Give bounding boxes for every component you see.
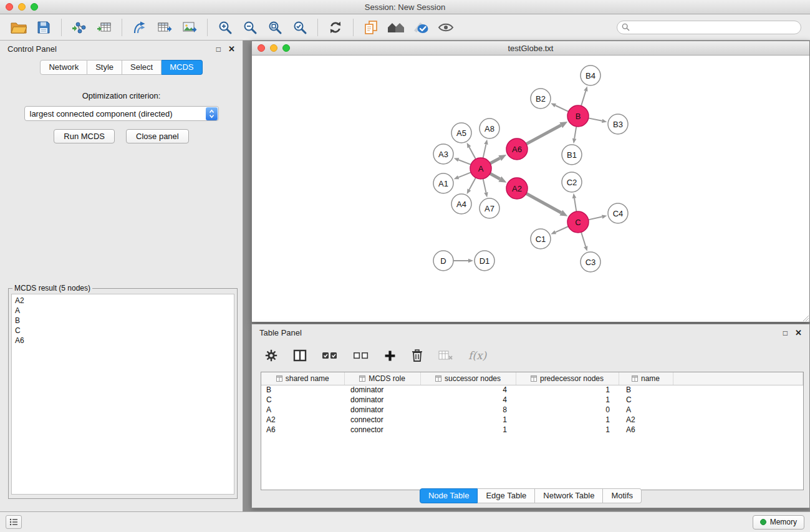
add-column-button[interactable] xyxy=(383,349,397,363)
run-mcds-button[interactable]: Run MCDS xyxy=(54,129,115,143)
network-zoom-button[interactable] xyxy=(282,44,290,52)
table-row[interactable]: A2connector11A2 xyxy=(261,415,803,425)
graph-node-C4[interactable]: C4 xyxy=(608,203,628,223)
toggle-visibility-button[interactable] xyxy=(433,17,458,38)
minimize-window-button[interactable] xyxy=(18,3,26,11)
graph-node-A[interactable]: A xyxy=(470,158,491,179)
graph-node-B2[interactable]: B2 xyxy=(531,89,551,109)
tab-edge-table[interactable]: Edge Table xyxy=(478,488,535,503)
zoom-window-button[interactable] xyxy=(31,3,38,11)
graph-edge[interactable] xyxy=(526,125,561,144)
graph-edge[interactable] xyxy=(458,160,471,165)
graph-edge[interactable] xyxy=(581,91,586,106)
network-canvas[interactable]: B4B2BB3A5A8A6B1A3AC2A1A2A4A7CC4C1C3DD1 xyxy=(252,56,809,322)
delete-table-button[interactable] xyxy=(437,349,455,362)
column-header-shared-name[interactable]: shared name xyxy=(261,372,344,385)
open-session-button[interactable] xyxy=(6,17,31,38)
table-settings-button[interactable] xyxy=(263,347,279,364)
save-session-button[interactable] xyxy=(31,17,56,38)
network-window-titlebar[interactable]: testGlobe.txt xyxy=(252,41,809,56)
export-image-button[interactable] xyxy=(177,17,202,38)
graph-edge[interactable] xyxy=(469,178,475,190)
result-item[interactable]: A xyxy=(15,306,231,316)
resize-grip[interactable] xyxy=(801,314,809,322)
column-header-predecessor-nodes[interactable]: predecessor nodes xyxy=(516,372,619,385)
graph-edge[interactable] xyxy=(581,232,586,246)
graph-node-A5[interactable]: A5 xyxy=(451,123,471,143)
tab-network[interactable]: Network xyxy=(40,60,87,75)
graph-node-A4[interactable]: A4 xyxy=(451,194,471,214)
network-graph[interactable]: B4B2BB3A5A8A6B1A3AC2A1A2A4A7CC4C1C3DD1 xyxy=(252,56,809,322)
close-panel-button[interactable]: Close panel xyxy=(126,129,189,143)
table-row[interactable]: Cdominator41C xyxy=(261,395,803,405)
graph-node-A1[interactable]: A1 xyxy=(433,173,453,193)
tab-motifs[interactable]: Motifs xyxy=(603,488,642,503)
graph-node-A8[interactable]: A8 xyxy=(480,118,499,138)
delete-column-button[interactable] xyxy=(410,347,425,364)
graph-edge[interactable] xyxy=(589,118,602,120)
graph-edge[interactable] xyxy=(556,105,569,112)
tab-network-table[interactable]: Network Table xyxy=(535,488,603,503)
table-row[interactable]: A6connector11A6 xyxy=(261,425,803,435)
float-panel-button[interactable]: □ xyxy=(216,46,221,53)
show-panel-list-button[interactable] xyxy=(6,515,22,529)
export-network-button[interactable] xyxy=(127,17,152,38)
result-item[interactable]: A2 xyxy=(15,296,231,306)
graph-node-A3[interactable]: A3 xyxy=(433,144,453,164)
zoom-in-button[interactable] xyxy=(213,17,238,38)
graph-node-C3[interactable]: C3 xyxy=(581,252,600,272)
network-close-button[interactable] xyxy=(258,44,265,52)
graph-node-A6[interactable]: A6 xyxy=(506,138,528,160)
graph-node-A2[interactable]: A2 xyxy=(506,178,528,199)
graph-node-B3[interactable]: B3 xyxy=(608,114,628,134)
import-table-button[interactable] xyxy=(92,17,117,38)
graph-node-C1[interactable]: C1 xyxy=(531,229,551,249)
select-all-button[interactable] xyxy=(321,349,339,362)
graph-edge[interactable] xyxy=(574,127,576,139)
column-header-name[interactable]: name xyxy=(619,372,673,385)
graph-edge[interactable] xyxy=(469,147,475,159)
graph-edge[interactable] xyxy=(483,144,486,158)
table-row[interactable]: Adominator80A xyxy=(261,405,803,415)
graph-node-C2[interactable]: C2 xyxy=(562,172,582,192)
graph-node-B1[interactable]: B1 xyxy=(562,145,582,165)
column-header-mcds-role[interactable]: MCDS role xyxy=(344,372,420,385)
result-item[interactable]: B xyxy=(15,316,231,326)
refresh-layout-button[interactable] xyxy=(323,17,348,38)
graph-edge[interactable] xyxy=(589,217,602,220)
tab-mcds[interactable]: MCDS xyxy=(162,60,202,75)
apply-style-button[interactable] xyxy=(408,17,433,38)
graph-node-C[interactable]: C xyxy=(567,211,589,233)
graph-edge[interactable] xyxy=(526,193,561,213)
close-panel-x-button[interactable]: ✕ xyxy=(228,45,235,53)
close-table-panel-button[interactable]: ✕ xyxy=(795,329,802,337)
graph-edge[interactable] xyxy=(490,173,500,179)
export-table-button[interactable] xyxy=(152,17,177,38)
graph-edge[interactable] xyxy=(556,226,569,232)
tab-node-table[interactable]: Node Table xyxy=(420,488,478,503)
zoom-fit-button[interactable] xyxy=(263,17,287,38)
close-window-button[interactable] xyxy=(6,3,13,11)
graph-edge[interactable] xyxy=(574,198,576,212)
graph-node-A7[interactable]: A7 xyxy=(480,198,499,218)
deselect-all-button[interactable] xyxy=(352,349,370,362)
graph-edge[interactable] xyxy=(490,158,500,163)
graph-edge[interactable] xyxy=(483,179,486,193)
mcds-result-list[interactable]: A2 A B C A6 xyxy=(11,294,234,495)
graph-node-B4[interactable]: B4 xyxy=(581,65,600,85)
import-network-button[interactable] xyxy=(67,17,92,38)
result-item[interactable]: A6 xyxy=(15,336,231,346)
graph-node-B[interactable]: B xyxy=(567,105,589,127)
search-input[interactable] xyxy=(617,21,801,34)
table-row[interactable]: Bdominator41B xyxy=(261,385,803,395)
network-minimize-button[interactable] xyxy=(270,44,277,52)
result-item[interactable]: C xyxy=(15,326,231,336)
memory-button[interactable]: Memory xyxy=(753,515,804,530)
graph-edge[interactable] xyxy=(458,172,471,177)
graph-node-D[interactable]: D xyxy=(433,251,453,271)
criterion-dropdown[interactable]: largest connected component (directed) xyxy=(24,106,219,121)
tab-style[interactable]: Style xyxy=(87,60,122,75)
function-builder-button[interactable]: f(x) xyxy=(467,348,488,363)
duplicate-network-button[interactable] xyxy=(359,17,383,38)
graph-node-D1[interactable]: D1 xyxy=(475,251,494,271)
